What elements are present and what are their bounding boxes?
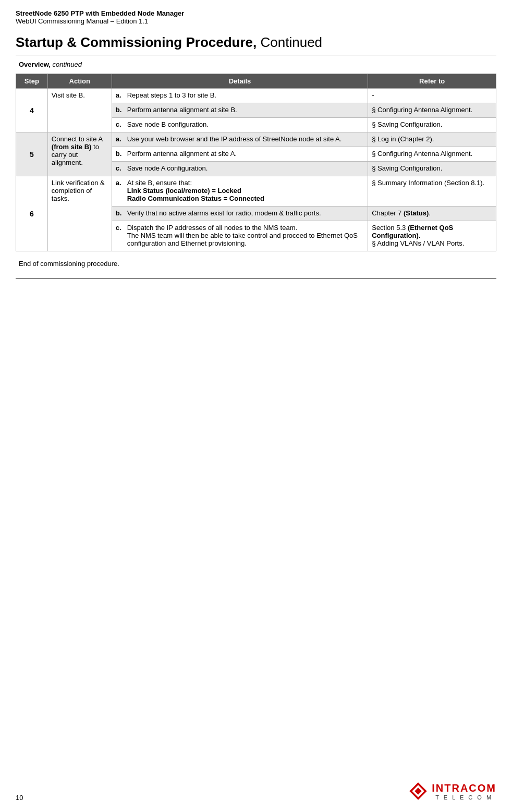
step-4c-detail: c. Save node B configuration.: [112, 118, 368, 132]
section-label: Overview, continued: [19, 60, 496, 68]
procedure-table: Step Action Details Refer to 4 Visit sit…: [16, 74, 496, 251]
logo-container: INTRACOM T E L E C O M: [408, 781, 496, 802]
header-title: StreetNode 6250 PTP with Embedded Node M…: [16, 9, 496, 17]
table-header-row: Step Action Details Refer to: [16, 74, 496, 89]
step-4b-letter: b.: [116, 106, 127, 114]
main-title: Startup & Commissioning Procedure, Conti…: [16, 34, 496, 51]
step-6c-refer: Section 5.3 (Ethernet QoS Configuration)…: [368, 221, 496, 251]
step-6-action: Link verification & completion of tasks.: [47, 176, 112, 251]
step-6c-text: Dispatch the IP addresses of all nodes t…: [127, 224, 364, 247]
footer-divider: [16, 278, 496, 278]
footer: 10 INTRACOM T E L E C O M: [16, 781, 496, 802]
step-4-number: 4: [16, 89, 48, 132]
step-6a-detail: a. At site B, ensure that: Link Status (…: [112, 176, 368, 207]
main-title-text: Startup & Commissioning Procedure,: [16, 34, 257, 50]
step-4c-letter: c.: [116, 120, 127, 128]
step-4b-refer: § Configuring Antenna Alignment.: [368, 103, 496, 118]
logo: INTRACOM T E L E C O M: [408, 781, 496, 802]
col-header-step: Step: [16, 74, 48, 89]
main-title-continued: Continued: [261, 34, 323, 50]
step-5a-detail: a. Use your web browser and the IP addre…: [112, 132, 368, 147]
intracom-logo-icon: [408, 781, 429, 802]
end-note: End of commissioning procedure.: [19, 260, 496, 268]
step-5c-letter: c.: [116, 164, 127, 172]
step-6b-refer: Chapter 7 (Status).: [368, 207, 496, 221]
step-4b-detail: b. Perform antenna alignment at site B.: [112, 103, 368, 118]
step-5b-refer: § Configuring Antenna Alignment.: [368, 147, 496, 162]
logo-text-telecom: T E L E C O M: [432, 794, 496, 801]
step-5a-text: Use your web browser and the IP address …: [127, 135, 342, 143]
table-row: 5 Connect to site A (from site B) to car…: [16, 132, 496, 147]
step-6b-text: Verify that no active alarms exist for r…: [127, 209, 321, 217]
step-6a-text: At site B, ensure that: Link Status (loc…: [127, 179, 264, 202]
col-header-action: Action: [47, 74, 112, 89]
step-4a-letter: a.: [116, 91, 127, 99]
step-5-action: Connect to site A (from site B) to carry…: [47, 132, 112, 176]
section-label-italic: continued: [53, 60, 82, 68]
logo-text-group: INTRACOM T E L E C O M: [432, 782, 496, 801]
step-5-number: 5: [16, 132, 48, 176]
step-5c-refer: § Saving Configuration.: [368, 162, 496, 176]
step-6b-letter: b.: [116, 209, 127, 217]
step-5b-detail: b. Perform antenna alignment at site A.: [112, 147, 368, 162]
col-header-refer: Refer to: [368, 74, 496, 89]
page: StreetNode 6250 PTP with Embedded Node M…: [0, 0, 512, 812]
step-5b-letter: b.: [116, 150, 127, 157]
top-divider: [16, 55, 496, 55]
step-5c-detail: c. Save node A configuration.: [112, 162, 368, 176]
page-header: StreetNode 6250 PTP with Embedded Node M…: [16, 9, 496, 25]
step-5c-text: Save node A configuration.: [127, 164, 208, 172]
logo-text-intracom: INTRACOM: [432, 782, 496, 794]
step-4-action: Visit site B.: [47, 89, 112, 132]
step-5a-letter: a.: [116, 135, 127, 143]
table-row: 4 Visit site B. a. Repeat steps 1 to 3 f…: [16, 89, 496, 103]
header-subtitle: WebUI Commissioning Manual – Edition 1.1: [16, 17, 496, 25]
step-5b-text: Perform antenna alignment at site A.: [127, 150, 237, 157]
step-4a-refer: -: [368, 89, 496, 103]
step-4b-text: Perform antenna alignment at site B.: [127, 106, 237, 114]
col-header-details: Details: [112, 74, 368, 89]
step-6c-letter: c.: [116, 224, 127, 232]
step-4c-refer: § Saving Configuration.: [368, 118, 496, 132]
step-4a-text: Repeat steps 1 to 3 for site B.: [127, 91, 216, 99]
table-row: 6 Link verification & completion of task…: [16, 176, 496, 207]
step-6-number: 6: [16, 176, 48, 251]
step-4c-text: Save node B configuration.: [127, 120, 209, 128]
step-6b-detail: b. Verify that no active alarms exist fo…: [112, 207, 368, 221]
step-6a-letter: a.: [116, 179, 127, 187]
step-6c-detail: c. Dispatch the IP addresses of all node…: [112, 221, 368, 251]
step-4a-detail: a. Repeat steps 1 to 3 for site B.: [112, 89, 368, 103]
step-6a-refer: § Summary Information (Section 8.1).: [368, 176, 496, 207]
page-number: 10: [16, 794, 23, 802]
step-5a-refer: § Log in (Chapter 2).: [368, 132, 496, 147]
section-label-bold: Overview,: [19, 60, 51, 68]
